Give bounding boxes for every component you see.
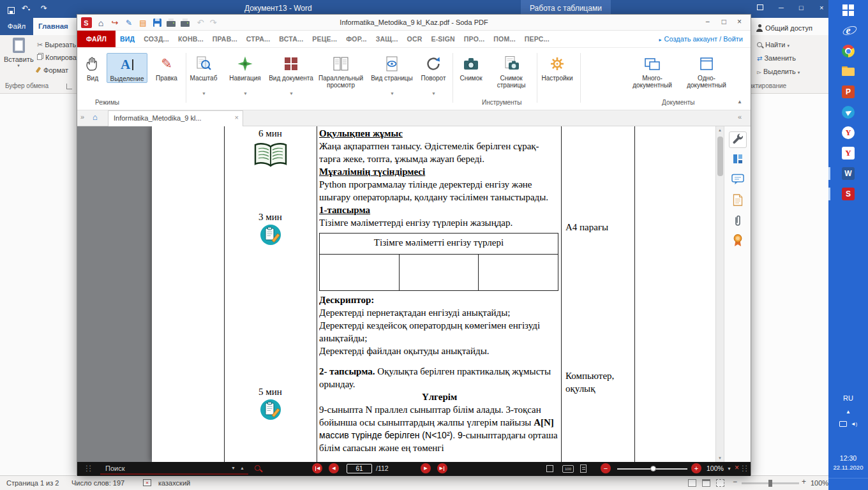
replace-button[interactable]: ⇄ Заменить bbox=[757, 54, 796, 62]
single-document-button[interactable]: Одно-документный bbox=[681, 54, 732, 89]
tab-insert[interactable]: ВСТА... bbox=[274, 31, 308, 47]
selection-mode-button[interactable]: A Выделение bbox=[107, 53, 147, 83]
comments-panel-button[interactable] bbox=[729, 172, 747, 189]
soda-minimize-icon[interactable]: − bbox=[705, 17, 710, 26]
print-setup-icon[interactable] bbox=[179, 17, 191, 28]
document-tab[interactable]: Informatika_Metodika_9 kl... × bbox=[108, 110, 243, 126]
toolbar-drag-handle-right[interactable]: • •• •• • bbox=[742, 464, 747, 472]
zoom-button[interactable]: Масштаб bbox=[187, 54, 220, 82]
minimize-icon[interactable]: ─ bbox=[779, 4, 784, 11]
word-tab-home[interactable]: Главная bbox=[38, 18, 68, 35]
tab-secure[interactable]: ЗАЩ... bbox=[371, 31, 403, 47]
print-icon[interactable] bbox=[165, 17, 177, 28]
view-mode-button[interactable]: Вид bbox=[80, 54, 105, 82]
clock-date[interactable]: 22.11.2020 bbox=[828, 464, 868, 471]
tab-help[interactable]: ПОМ... bbox=[489, 31, 520, 47]
tab-pages[interactable]: СТРА... bbox=[242, 31, 275, 47]
start-button[interactable] bbox=[828, 0, 868, 20]
zoom-100-icon[interactable]: 100 bbox=[562, 465, 574, 473]
ribbon-display-options-icon[interactable] bbox=[757, 4, 763, 11]
taskbar-yandex-browser-button[interactable]: Y bbox=[828, 122, 868, 143]
taskbar-powerpoint-button[interactable]: P bbox=[828, 82, 868, 102]
zoom-out-button[interactable]: − bbox=[601, 463, 611, 473]
tray-expand-icon[interactable]: ▲ bbox=[828, 409, 868, 415]
navigation-dropdown-caret-icon[interactable]: ▼ bbox=[243, 91, 248, 96]
scroll-down-icon[interactable]: ▼ bbox=[718, 456, 722, 460]
toolbar-close-icon[interactable]: × bbox=[735, 463, 739, 472]
soda-close-icon[interactable]: × bbox=[737, 17, 742, 26]
tab-products[interactable]: ПРО... bbox=[460, 31, 490, 47]
tab-ocr[interactable]: OCR bbox=[403, 31, 427, 47]
find-button[interactable]: Найти ▾ bbox=[757, 41, 789, 48]
network-icon[interactable] bbox=[839, 421, 847, 427]
tab-create[interactable]: СОЗД... bbox=[139, 31, 174, 47]
zoom-out-icon[interactable]: − bbox=[733, 477, 737, 486]
volume-icon[interactable]: ◄) bbox=[851, 421, 857, 427]
prev-page-button[interactable]: ◀ bbox=[329, 463, 339, 473]
fit-page-icon[interactable] bbox=[580, 464, 587, 473]
home-icon[interactable]: ⌂ bbox=[95, 17, 107, 28]
scrollbar-thumb[interactable] bbox=[717, 137, 723, 176]
taskbar-ie-button[interactable]: e bbox=[828, 20, 868, 41]
tools-panel-button[interactable] bbox=[729, 131, 747, 148]
word-tab-file[interactable]: Файл bbox=[0, 18, 33, 35]
taskbar-telegram-button[interactable] bbox=[828, 102, 868, 122]
panel-collapse-icon[interactable]: « bbox=[738, 113, 742, 121]
tabs-overflow-icon[interactable]: » bbox=[80, 113, 84, 121]
tab-convert[interactable]: КОНВ... bbox=[174, 31, 208, 47]
print-layout-icon[interactable] bbox=[702, 479, 710, 487]
tab-edit[interactable]: ПРАВ... bbox=[208, 31, 242, 47]
create-account-link[interactable]: ▸Создать аккаунт / Войти bbox=[659, 31, 751, 47]
fullscreen-icon[interactable] bbox=[546, 465, 553, 472]
current-page-input[interactable]: 61 bbox=[347, 464, 372, 473]
word-zoom-slider-thumb[interactable] bbox=[768, 480, 772, 487]
multi-document-button[interactable]: Много-документный bbox=[625, 54, 680, 89]
rotate-button[interactable]: Поворот bbox=[417, 54, 450, 82]
rotate-dropdown-caret-icon[interactable]: ▼ bbox=[431, 91, 436, 96]
web-layout-icon[interactable] bbox=[716, 479, 724, 487]
word-zoom-slider[interactable] bbox=[742, 482, 799, 484]
tab-review[interactable]: РЕЦЕ... bbox=[308, 31, 341, 47]
zoom-slider[interactable] bbox=[617, 468, 687, 470]
read-mode-icon[interactable] bbox=[688, 479, 696, 487]
snapshot-button[interactable]: Снимок bbox=[455, 54, 487, 82]
search-next-icon[interactable]: ▼ bbox=[231, 466, 236, 470]
scroll-up-icon[interactable]: ▲ bbox=[718, 128, 722, 132]
search-field[interactable]: Поиск ▼ ▲ bbox=[100, 463, 248, 475]
clock-time[interactable]: 12:30 bbox=[828, 454, 868, 462]
save-icon[interactable] bbox=[8, 5, 15, 17]
first-page-button[interactable]: ◀ bbox=[312, 463, 322, 473]
certificates-panel-button[interactable] bbox=[729, 234, 747, 250]
edit-mode-button[interactable]: ✎ Правка bbox=[149, 54, 184, 82]
taskbar-chrome-button[interactable] bbox=[828, 41, 868, 61]
format-painter-button[interactable]: Формат bbox=[37, 66, 68, 74]
zoom-dropdown-caret-icon[interactable]: ▼ bbox=[202, 91, 206, 96]
quick-edit-icon[interactable]: ✎ bbox=[123, 17, 135, 28]
docview-dropdown-caret-icon[interactable]: ▼ bbox=[289, 91, 294, 96]
redo-icon[interactable]: ↷ bbox=[41, 4, 47, 13]
page-snapshot-button[interactable]: Снимок страницы bbox=[488, 54, 534, 89]
layout-panel-button[interactable] bbox=[729, 152, 747, 168]
parallel-view-button[interactable]: Параллельный просмотр bbox=[316, 54, 366, 89]
language-status[interactable]: казахский bbox=[158, 479, 190, 487]
zoom-level[interactable]: 100% bbox=[707, 464, 724, 472]
tab-view[interactable]: ВИД bbox=[116, 31, 139, 47]
maximize-icon[interactable]: □ bbox=[799, 4, 804, 11]
tab-file[interactable]: ФАЙЛ bbox=[77, 31, 116, 47]
taskbar-explorer-button[interactable] bbox=[828, 61, 868, 82]
taskbar-soda-button[interactable]: S bbox=[828, 184, 868, 204]
cut-button[interactable]: ✂ Вырезать bbox=[37, 41, 76, 49]
attachments-panel-button[interactable] bbox=[729, 213, 747, 230]
soda-maximize-icon[interactable]: □ bbox=[722, 17, 726, 26]
zoom-in-icon[interactable]: + bbox=[802, 477, 806, 486]
proofing-icon[interactable]: × bbox=[143, 479, 151, 486]
tab-esign[interactable]: E-SIGN bbox=[426, 31, 459, 47]
zoom-slider-thumb[interactable] bbox=[650, 466, 656, 471]
pages-panel-button[interactable] bbox=[729, 193, 747, 209]
search-prev-icon[interactable]: ▲ bbox=[240, 466, 244, 470]
pageview-dropdown-caret-icon[interactable]: ▼ bbox=[390, 91, 394, 96]
quick-share-icon[interactable]: ↪ bbox=[109, 17, 121, 28]
select-button[interactable]: ▻ Выделить ▾ bbox=[757, 68, 800, 75]
quick-save-icon[interactable] bbox=[151, 17, 163, 28]
tab-personalize[interactable]: ПЕРС... bbox=[520, 31, 554, 47]
